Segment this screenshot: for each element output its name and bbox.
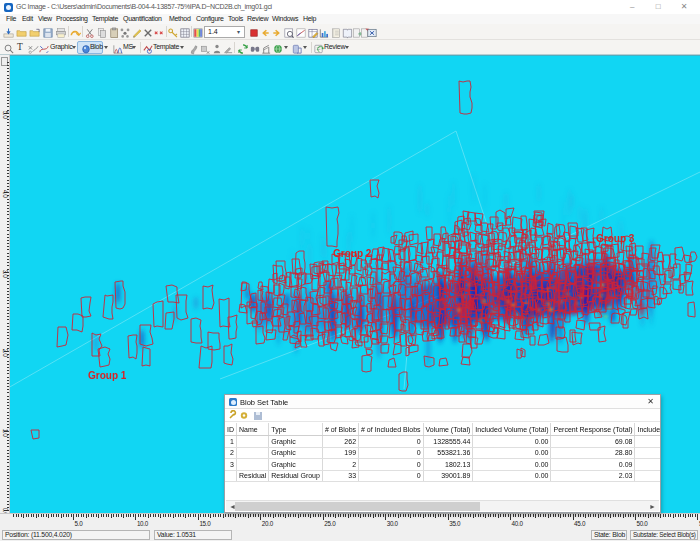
svg-text:Group 1: Group 1 — [88, 370, 127, 381]
svg-text:Group 2: Group 2 — [333, 248, 372, 259]
svg-text:Group 3: Group 3 — [596, 233, 635, 244]
